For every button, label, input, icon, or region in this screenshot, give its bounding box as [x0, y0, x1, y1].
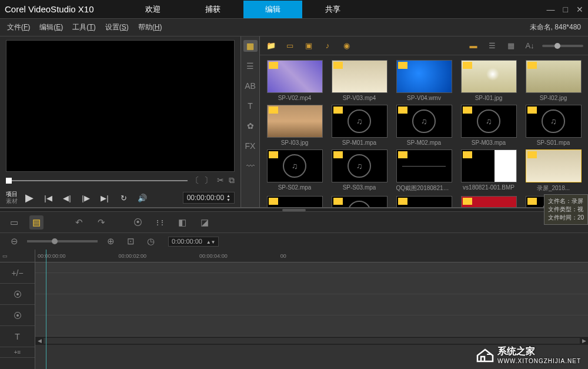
timeline-ruler[interactable]: 00:00:00:0000:00:02:0000:00:04:0000: [35, 250, 588, 262]
thumb-size-slider[interactable]: [542, 45, 583, 47]
media-item[interactable]: QQ截图2018082114...: [263, 196, 326, 207]
lib-cat-fx-icon[interactable]: FX: [243, 140, 258, 152]
tracks-toggle-icon[interactable]: ▭: [2, 253, 8, 259]
media-thumbnail[interactable]: [332, 60, 387, 93]
menu-t[interactable]: 工具(T): [72, 22, 95, 32]
record-button[interactable]: ⦿: [131, 215, 145, 230]
view-large-icon[interactable]: ▬: [467, 41, 480, 51]
playhead[interactable]: [46, 250, 46, 369]
next-frame-button[interactable]: |▶: [79, 191, 93, 205]
lib-cat-title-icon[interactable]: T: [243, 100, 258, 112]
audio-mixer-button[interactable]: ⫶⫶: [153, 215, 167, 230]
media-thumbnail[interactable]: ♫: [332, 196, 387, 207]
lib-cat-media-icon[interactable]: ▦: [243, 40, 258, 52]
track-row[interactable]: [35, 262, 588, 273]
mode-clip[interactable]: 素材: [6, 198, 18, 205]
track-video1-icon[interactable]: ⦿: [0, 284, 35, 305]
media-item[interactable]: SP-V02.mp4: [263, 60, 326, 101]
go-start-button[interactable]: |◀: [41, 191, 55, 205]
media-item[interactable]: SP-V03.mp4: [328, 60, 390, 101]
media-item[interactable]: 录屏_2018...: [522, 149, 584, 192]
media-item[interactable]: SP-I03.jpg: [263, 105, 326, 146]
track-row[interactable]: [35, 273, 588, 294]
top-tab-3[interactable]: 共享: [303, 1, 362, 18]
media-item[interactable]: ♫SP-S03.mpa: [328, 149, 390, 192]
media-thumbnail[interactable]: [461, 196, 517, 207]
zoom-out-button[interactable]: ⊖: [7, 234, 21, 248]
media-item[interactable]: ♫SP-M03.mpa: [457, 105, 520, 146]
track-row[interactable]: [35, 294, 588, 315]
media-thumbnail[interactable]: ♫: [461, 105, 517, 138]
media-thumbnail[interactable]: [461, 60, 517, 93]
track-title-icon[interactable]: T: [0, 326, 35, 347]
media-thumbnail[interactable]: ♫: [332, 105, 387, 138]
media-thumbnail[interactable]: [396, 196, 452, 207]
mute-button[interactable]: 🔊: [135, 191, 149, 205]
media-thumbnail[interactable]: [267, 196, 323, 207]
media-thumbnail[interactable]: [461, 149, 517, 182]
minimize-button[interactable]: —: [547, 5, 555, 14]
track-video2-icon[interactable]: ⦿: [0, 305, 35, 326]
media-item[interactable]: SP-I02.jpg: [522, 60, 584, 101]
media-thumbnail[interactable]: [267, 60, 323, 93]
media-item[interactable]: ♫SP-M02.mpa: [393, 105, 455, 146]
timeline-timecode[interactable]: 0:00:00:00 ▲▼: [168, 237, 219, 247]
media-thumbnail[interactable]: ♫: [332, 149, 387, 182]
timecode[interactable]: 00:00:00:00 ▲▼: [183, 192, 235, 204]
track-expand-icon[interactable]: +≡: [0, 347, 35, 358]
view-grid-icon[interactable]: ▦: [505, 41, 517, 51]
zoom-slider[interactable]: [27, 240, 98, 242]
filter-photo-icon[interactable]: ▣: [302, 41, 315, 51]
media-item[interactable]: ♫2018.8.25 意外的...: [328, 196, 390, 207]
storyboard-view-button[interactable]: ▭: [7, 215, 21, 230]
media-item[interactable]: ♫SP-M01.mpa: [328, 105, 390, 146]
media-item[interactable]: SP-I01.jpg: [457, 60, 520, 101]
play-button[interactable]: ▶: [22, 191, 36, 205]
top-tab-2[interactable]: 编辑: [243, 1, 302, 18]
maximize-button[interactable]: □: [563, 5, 568, 14]
scroll-left-button[interactable]: ◀: [35, 338, 44, 344]
menu-f[interactable]: 文件(F): [7, 22, 30, 32]
go-end-button[interactable]: ▶|: [98, 191, 112, 205]
top-tab-1[interactable]: 捕获: [183, 1, 242, 18]
track-row[interactable]: [35, 315, 588, 337]
scrubber-handle[interactable]: [6, 178, 12, 184]
zoom-in-button[interactable]: ⊕: [103, 234, 118, 248]
media-thumbnail[interactable]: [396, 149, 452, 182]
folder-icon[interactable]: 📁: [265, 41, 278, 51]
media-item[interactable]: vs180821-001.BMP: [457, 149, 520, 192]
mark-out-icon[interactable]: 〕: [204, 175, 212, 186]
scrubber[interactable]: [6, 177, 188, 185]
menu-s[interactable]: 设置(S): [105, 22, 129, 32]
media-thumbnail[interactable]: [526, 60, 582, 93]
media-thumbnail[interactable]: [267, 105, 323, 138]
timeline-view-button[interactable]: ▤: [29, 215, 44, 230]
media-thumbnail[interactable]: [396, 60, 452, 93]
media-item[interactable]: ♫SP-S01.mpa: [522, 105, 584, 146]
top-tab-0[interactable]: 欢迎: [123, 1, 182, 18]
preview-video[interactable]: [6, 40, 235, 172]
media-thumbnail[interactable]: ♫: [267, 149, 323, 182]
sort-icon[interactable]: A↓: [523, 41, 536, 51]
menu-h[interactable]: 帮助(H): [138, 22, 162, 32]
filter-globe-icon[interactable]: ◉: [340, 41, 353, 51]
redo-button[interactable]: ↷: [94, 215, 108, 230]
close-button[interactable]: ✕: [576, 5, 583, 14]
loop-button[interactable]: ↻: [116, 191, 131, 205]
media-thumbnail[interactable]: [526, 149, 582, 182]
fit-button[interactable]: ⊡: [123, 234, 138, 248]
timeline-hscroll[interactable]: ◀ ▶: [35, 337, 588, 345]
timecode-spinner[interactable]: ▲▼: [226, 194, 230, 202]
chapter-button[interactable]: ◧: [175, 215, 189, 230]
track-add-button[interactable]: +/−: [0, 262, 35, 284]
media-item[interactable]: SP-V04.wmv: [393, 60, 455, 101]
prev-frame-button[interactable]: ◀|: [60, 191, 74, 205]
view-list-icon[interactable]: ☰: [486, 41, 499, 51]
media-item[interactable]: ♫SP-S02.mpa: [263, 149, 326, 192]
resize-handle[interactable]: [282, 209, 306, 211]
cut-icon[interactable]: ✂: [217, 175, 224, 186]
scroll-right-button[interactable]: ▶: [580, 338, 588, 344]
media-thumbnail[interactable]: ♫: [526, 105, 582, 138]
menu-e[interactable]: 编辑(E): [39, 22, 63, 32]
media-item[interactable]: 未命名.wmv: [457, 196, 520, 207]
